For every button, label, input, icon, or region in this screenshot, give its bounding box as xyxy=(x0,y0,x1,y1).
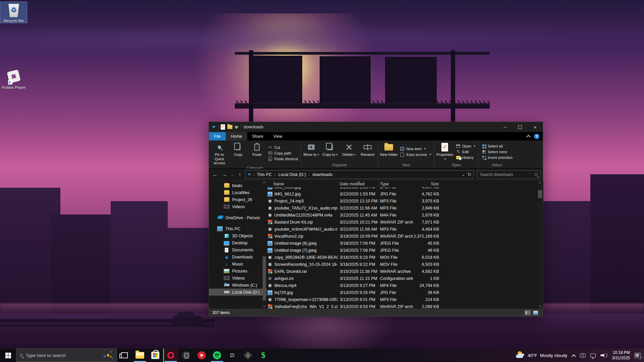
customize-qat-icon[interactable] xyxy=(212,126,216,128)
network-icon[interactable] xyxy=(590,354,596,357)
select-all-button[interactable]: Select all xyxy=(481,144,513,148)
pin-to-quick-access-button[interactable]: Pin to Quick access xyxy=(210,141,228,165)
tab-share[interactable]: Share xyxy=(247,132,268,140)
help-icon[interactable]: ? xyxy=(534,134,539,139)
breadcrumb-local-disk-d[interactable]: Local Disk (D:) xyxy=(278,172,307,177)
sidebar-item-onedrive-person[interactable]: OneDrive - Person xyxy=(209,214,267,221)
rename-button[interactable]: Rename xyxy=(359,141,377,162)
search-input[interactable] xyxy=(480,172,535,177)
table-row[interactable]: VocalRuns2.zip3/19/2025 10:09 PMWinRAR Z… xyxy=(267,233,537,240)
taskbar-search[interactable]: ✦✦ xyxy=(16,349,117,362)
history-button[interactable]: History xyxy=(456,155,476,160)
desktop-icon-recycle-bin[interactable]: Recycle Bin xyxy=(1,2,27,23)
tab-home[interactable]: Home xyxy=(226,132,247,140)
file-list-scrollbar[interactable] xyxy=(537,181,543,309)
table-row[interactable]: youtube_m3nmXFWrNrU_audio.mp33/21/2025 1… xyxy=(267,226,537,233)
taskbar-search-input[interactable] xyxy=(26,353,100,358)
back-button[interactable]: ← xyxy=(211,171,219,179)
table-row[interactable]: IMG_6610.jpg3/22/2025 1:53 PMJPG File4,4… xyxy=(267,187,537,190)
sidebar-scrollbar[interactable] xyxy=(262,181,266,309)
open-button[interactable]: Open xyxy=(456,144,476,148)
table-row[interactable]: UntitledMar212025146PM.m4a3/22/2025 11:4… xyxy=(267,212,537,219)
invert-selection-button[interactable]: Invert selection xyxy=(481,155,513,160)
sidebar-item-beats[interactable]: beats xyxy=(209,182,267,189)
column-header-size[interactable]: Size xyxy=(413,181,442,187)
sidebar-item-desktop[interactable]: Desktop xyxy=(209,239,267,246)
weather-widget[interactable]: 40°F Mostly cloudy xyxy=(516,351,567,359)
sidebar-item-documents[interactable]: Documents xyxy=(209,246,267,253)
search-highlights-icon[interactable]: ✦✦ xyxy=(103,351,113,360)
sidebar-item-videos[interactable]: Videos xyxy=(209,203,267,210)
recent-locations-icon[interactable]: ⌄ xyxy=(230,171,234,179)
table-row[interactable]: ashgun.ini3/13/2025 11:15 PMConfiguratio… xyxy=(267,275,537,282)
scroll-up-icon[interactable] xyxy=(263,182,266,184)
volume-icon[interactable] xyxy=(600,353,607,357)
forward-button[interactable]: → xyxy=(220,171,228,179)
up-button[interactable]: ↑ xyxy=(236,171,244,179)
edit-button[interactable]: Edit xyxy=(456,149,476,154)
spotify-button[interactable] xyxy=(209,349,225,362)
collapse-ribbon-icon[interactable] xyxy=(526,135,531,139)
title-bar[interactable]: downloads × xyxy=(209,122,543,132)
easy-access-button[interactable]: Easy access xyxy=(400,152,431,157)
maximize-button[interactable] xyxy=(513,122,528,132)
table-row[interactable]: hq720.jpg3/13/2025 9:25 PMJPG File36 KB xyxy=(267,289,537,296)
refresh-icon[interactable] xyxy=(468,172,471,177)
start-button[interactable] xyxy=(0,349,16,362)
copy-path-button[interactable]: Copy path xyxy=(268,151,298,156)
opera-gx-button[interactable] xyxy=(163,349,178,362)
table-row[interactable]: Untitled image (7).jpeg3/18/2025 7:06 PM… xyxy=(267,247,537,254)
paste-button[interactable]: Paste xyxy=(248,141,266,165)
table-row[interactable]: 77096_looperman-l-2273068-0351451-lil-..… xyxy=(267,296,537,303)
game-x-button[interactable]: x xyxy=(240,349,256,362)
sidebar-item-pictures[interactable]: Pictures xyxy=(209,267,267,275)
new-folder-qat-icon[interactable] xyxy=(227,125,232,129)
sidebar-item-downloads[interactable]: Downloads xyxy=(209,253,267,260)
table-row[interactable]: liltecca.mp43/13/2025 9:27 PMMP4 File24,… xyxy=(267,282,537,289)
yt-music-button[interactable] xyxy=(194,349,209,362)
table-row[interactable]: ValhallaFreqEcho_Win_V1_2_0.zip3/13/2025… xyxy=(267,303,537,309)
sidebar-item-local-disk-d[interactable]: Local Disk (D:) xyxy=(209,289,267,296)
breadcrumb-downloads[interactable]: downloads xyxy=(312,172,333,177)
minimize-button[interactable] xyxy=(497,122,513,132)
table-row[interactable]: Bastard Drum Kit.zip3/21/2025 10:21 PMWi… xyxy=(267,219,537,226)
move-to-button[interactable]: Move to xyxy=(302,141,320,162)
sidebar-item-project-26[interactable]: Project_26 xyxy=(209,196,267,203)
column-header-name[interactable]: Name xyxy=(267,181,338,187)
tab-view[interactable]: View xyxy=(268,132,287,140)
sidebar-item-windows-c[interactable]: Windows (C:) xyxy=(209,282,267,289)
select-none-button[interactable]: Select none xyxy=(481,149,513,154)
desktop-icon-roblox-player[interactable]: Roblox Player xyxy=(1,69,27,89)
sidebar-item-3d-objects[interactable]: 3D Objects xyxy=(209,232,267,239)
clock[interactable]: 10:18 PM 3/31/2025 xyxy=(612,350,630,361)
breadcrumb-this-pc[interactable]: This PC xyxy=(256,172,272,177)
cut-button[interactable]: Cut xyxy=(268,145,298,150)
scroll-up-icon[interactable] xyxy=(539,182,541,185)
table-row[interactable]: EARL Drumkit.rar3/15/2025 11:38 PMWinRAR… xyxy=(267,268,537,275)
table-row[interactable]: Untitled image (8).jpeg3/18/2025 7:08 PM… xyxy=(267,240,537,247)
details-view-button[interactable] xyxy=(524,309,531,316)
sidebar-item-music[interactable]: Music xyxy=(209,260,267,267)
table-row[interactable]: Project_24.mp33/22/2025 12:10 PMMP3 File… xyxy=(267,197,537,204)
new-item-button[interactable]: New item xyxy=(400,146,431,151)
sidebar-item-localfiles[interactable]: Localfiles xyxy=(209,189,267,196)
scroll-down-icon[interactable] xyxy=(263,304,266,307)
table-row[interactable]: youtube_TA5u72_X1ss_audio.mp33/22/2025 1… xyxy=(267,204,537,212)
column-header-type[interactable]: Type xyxy=(378,181,413,187)
copy-button[interactable]: Copy xyxy=(229,141,247,165)
new-folder-button[interactable]: New folder xyxy=(380,141,398,162)
task-view-button[interactable] xyxy=(117,349,132,362)
address-bar[interactable]: This PC Local Disk (D:) downloads xyxy=(245,170,474,179)
close-button[interactable]: × xyxy=(528,122,543,132)
search-box[interactable] xyxy=(477,170,541,179)
qat-dropdown-icon[interactable] xyxy=(235,125,238,129)
table-row[interactable]: IMG_6612.jpg3/22/2025 1:53 PMJPG File4,7… xyxy=(267,190,537,197)
address-dropdown-icon[interactable] xyxy=(462,172,465,177)
paste-shortcut-button[interactable]: Paste shortcut xyxy=(268,157,298,161)
copy-to-button[interactable]: Copy to xyxy=(321,141,339,162)
desktop-icon-dash[interactable]: - xyxy=(1,52,27,56)
action-center-icon[interactable]: 3 xyxy=(635,353,641,358)
call-of-duty-button[interactable]: CALL DUTY xyxy=(225,349,240,362)
sidebar-item-videos[interactable]: Videos xyxy=(209,275,267,282)
file-explorer-button[interactable] xyxy=(132,349,148,362)
